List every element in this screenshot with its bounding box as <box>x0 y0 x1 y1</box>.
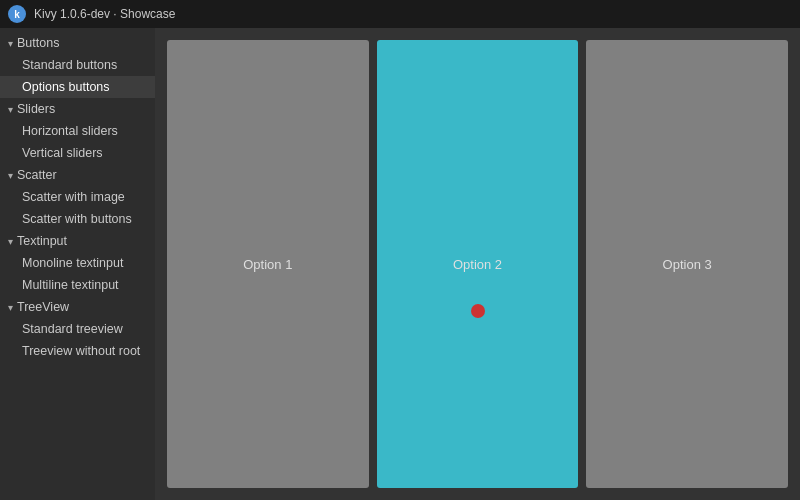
sidebar-item-treeview-no-root[interactable]: Treeview without root <box>0 340 155 362</box>
sidebar-item-multiline-textinput[interactable]: Multiline textinput <box>0 274 155 296</box>
sidebar-item-scatter-buttons[interactable]: Scatter with buttons <box>0 208 155 230</box>
option2-button[interactable]: Option 2 <box>377 40 579 488</box>
sidebar-category-label: TreeView <box>17 300 69 314</box>
red-dot-indicator <box>471 304 485 318</box>
sidebar-category-label: Textinput <box>17 234 67 248</box>
sidebar-item-monoline-textinput[interactable]: Monoline textinput <box>0 252 155 274</box>
app-title: Kivy 1.0.6-dev · Showcase <box>34 7 175 21</box>
sidebar-category-scatter[interactable]: ▾ Scatter <box>0 164 155 186</box>
sidebar-item-standard-treeview[interactable]: Standard treeview <box>0 318 155 340</box>
sidebar-item-options-buttons[interactable]: Options buttons <box>0 76 155 98</box>
sidebar: ▾ Buttons Standard buttons Options butto… <box>0 28 155 500</box>
option3-button[interactable]: Option 3 <box>586 40 788 488</box>
sidebar-item-scatter-image[interactable]: Scatter with image <box>0 186 155 208</box>
sidebar-category-label: Scatter <box>17 168 57 182</box>
sidebar-category-treeview[interactable]: ▾ TreeView <box>0 296 155 318</box>
app-icon: k <box>8 5 26 23</box>
main-layout: ▾ Buttons Standard buttons Options butto… <box>0 28 800 500</box>
sidebar-category-sliders[interactable]: ▾ Sliders <box>0 98 155 120</box>
sidebar-item-standard-buttons[interactable]: Standard buttons <box>0 54 155 76</box>
sidebar-category-buttons[interactable]: ▾ Buttons <box>0 32 155 54</box>
chevron-down-icon: ▾ <box>8 236 13 247</box>
chevron-down-icon: ▾ <box>8 170 13 181</box>
sidebar-category-label: Sliders <box>17 102 55 116</box>
sidebar-category-label: Buttons <box>17 36 59 50</box>
sidebar-item-horizontal-sliders[interactable]: Horizontal sliders <box>0 120 155 142</box>
option1-button[interactable]: Option 1 <box>167 40 369 488</box>
titlebar: k Kivy 1.0.6-dev · Showcase <box>0 0 800 28</box>
chevron-down-icon: ▾ <box>8 38 13 49</box>
sidebar-item-vertical-sliders[interactable]: Vertical sliders <box>0 142 155 164</box>
sidebar-category-textinput[interactable]: ▾ Textinput <box>0 230 155 252</box>
chevron-down-icon: ▾ <box>8 302 13 313</box>
content-area: Option 1 Option 2 Option 3 <box>155 28 800 500</box>
chevron-down-icon: ▾ <box>8 104 13 115</box>
